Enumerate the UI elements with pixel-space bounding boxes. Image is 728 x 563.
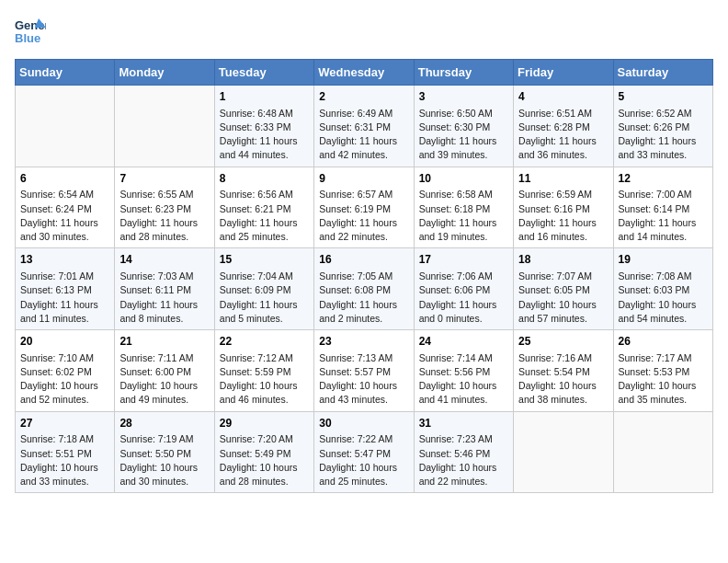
calendar-header-row: SundayMondayTuesdayWednesdayThursdayFrid… — [16, 60, 713, 86]
day-header-friday: Friday — [514, 60, 613, 86]
calendar-cell: 8Sunrise: 6:56 AMSunset: 6:21 PMDaylight… — [214, 167, 313, 248]
day-number: 5 — [619, 89, 708, 105]
day-info: Sunrise: 7:13 AMSunset: 5:57 PMDaylight:… — [319, 351, 408, 408]
day-info: Sunrise: 7:17 AMSunset: 5:53 PMDaylight:… — [619, 351, 708, 408]
day-info: Sunrise: 7:06 AMSunset: 6:06 PMDaylight:… — [419, 270, 508, 326]
calendar-body: 1Sunrise: 6:48 AMSunset: 6:33 PMDaylight… — [16, 86, 713, 493]
calendar-cell: 14Sunrise: 7:03 AMSunset: 6:11 PMDayligh… — [115, 248, 214, 330]
logo: General Blue — [15, 15, 46, 50]
day-info: Sunrise: 7:00 AMSunset: 6:14 PMDaylight:… — [619, 188, 708, 244]
day-number: 28 — [119, 416, 209, 431]
day-info: Sunrise: 7:22 AMSunset: 5:47 PMDaylight:… — [319, 432, 408, 488]
day-number: 23 — [319, 334, 408, 350]
day-number: 26 — [619, 334, 708, 350]
day-number: 22 — [220, 334, 309, 350]
day-info: Sunrise: 7:18 AMSunset: 5:51 PMDaylight:… — [20, 432, 109, 488]
calendar-week-1: 1Sunrise: 6:48 AMSunset: 6:33 PMDaylight… — [16, 86, 713, 167]
calendar-cell: 27Sunrise: 7:18 AMSunset: 5:51 PMDayligh… — [16, 411, 115, 493]
calendar-cell: 17Sunrise: 7:06 AMSunset: 6:06 PMDayligh… — [414, 248, 513, 330]
day-number: 16 — [319, 252, 408, 268]
day-info: Sunrise: 7:11 AMSunset: 6:00 PMDaylight:… — [119, 351, 209, 408]
day-header-monday: Monday — [115, 60, 214, 86]
day-number: 25 — [518, 334, 608, 350]
day-number: 27 — [20, 416, 109, 431]
day-info: Sunrise: 7:05 AMSunset: 6:08 PMDaylight:… — [319, 270, 408, 326]
calendar-cell: 15Sunrise: 7:04 AMSunset: 6:09 PMDayligh… — [214, 248, 313, 330]
calendar-cell: 10Sunrise: 6:58 AMSunset: 6:18 PMDayligh… — [414, 167, 513, 248]
logo-icon: General Blue — [15, 15, 46, 46]
day-number: 20 — [20, 334, 109, 350]
day-number: 9 — [319, 171, 408, 187]
day-header-thursday: Thursday — [414, 60, 513, 86]
day-info: Sunrise: 7:10 AMSunset: 6:02 PMDaylight:… — [20, 351, 109, 408]
day-number: 18 — [518, 252, 608, 268]
calendar-cell: 16Sunrise: 7:05 AMSunset: 6:08 PMDayligh… — [314, 248, 414, 330]
day-header-saturday: Saturday — [613, 60, 712, 86]
day-info: Sunrise: 7:23 AMSunset: 5:46 PMDaylight:… — [419, 432, 508, 488]
calendar-cell: 26Sunrise: 7:17 AMSunset: 5:53 PMDayligh… — [613, 330, 712, 412]
calendar-week-3: 13Sunrise: 7:01 AMSunset: 6:13 PMDayligh… — [16, 248, 713, 330]
svg-text:Blue: Blue — [15, 31, 40, 45]
day-number: 11 — [518, 171, 608, 187]
calendar-cell: 1Sunrise: 6:48 AMSunset: 6:33 PMDaylight… — [214, 86, 313, 167]
calendar-cell: 20Sunrise: 7:10 AMSunset: 6:02 PMDayligh… — [16, 330, 115, 412]
calendar-cell: 18Sunrise: 7:07 AMSunset: 6:05 PMDayligh… — [514, 248, 613, 330]
calendar-cell — [16, 86, 115, 167]
calendar-cell: 30Sunrise: 7:22 AMSunset: 5:47 PMDayligh… — [314, 411, 414, 493]
calendar-cell — [115, 86, 214, 167]
calendar-cell: 4Sunrise: 6:51 AMSunset: 6:28 PMDaylight… — [514, 86, 613, 167]
day-number: 15 — [220, 252, 309, 268]
day-info: Sunrise: 7:12 AMSunset: 5:59 PMDaylight:… — [220, 351, 309, 408]
day-number: 2 — [319, 89, 408, 105]
day-number: 17 — [419, 252, 508, 268]
day-number: 7 — [119, 171, 209, 187]
calendar-cell: 25Sunrise: 7:16 AMSunset: 5:54 PMDayligh… — [514, 330, 613, 412]
day-number: 1 — [220, 89, 309, 105]
calendar-cell: 11Sunrise: 6:59 AMSunset: 6:16 PMDayligh… — [514, 167, 613, 248]
calendar-cell: 3Sunrise: 6:50 AMSunset: 6:30 PMDaylight… — [414, 86, 513, 167]
day-header-wednesday: Wednesday — [314, 60, 414, 86]
calendar-cell: 5Sunrise: 6:52 AMSunset: 6:26 PMDaylight… — [613, 86, 712, 167]
day-info: Sunrise: 7:08 AMSunset: 6:03 PMDaylight:… — [619, 270, 708, 326]
day-info: Sunrise: 7:20 AMSunset: 5:49 PMDaylight:… — [220, 432, 309, 488]
calendar-cell: 2Sunrise: 6:49 AMSunset: 6:31 PMDaylight… — [314, 86, 414, 167]
day-number: 14 — [119, 252, 209, 268]
calendar-table: SundayMondayTuesdayWednesdayThursdayFrid… — [15, 59, 713, 493]
day-info: Sunrise: 7:07 AMSunset: 6:05 PMDaylight:… — [518, 270, 608, 326]
day-info: Sunrise: 6:58 AMSunset: 6:18 PMDaylight:… — [419, 188, 508, 244]
calendar-cell: 24Sunrise: 7:14 AMSunset: 5:56 PMDayligh… — [414, 330, 513, 412]
day-number: 31 — [419, 416, 508, 431]
day-info: Sunrise: 6:52 AMSunset: 6:26 PMDaylight:… — [619, 107, 708, 163]
calendar-cell: 19Sunrise: 7:08 AMSunset: 6:03 PMDayligh… — [613, 248, 712, 330]
day-info: Sunrise: 6:59 AMSunset: 6:16 PMDaylight:… — [518, 188, 608, 244]
calendar-cell — [514, 411, 613, 493]
calendar-cell: 28Sunrise: 7:19 AMSunset: 5:50 PMDayligh… — [115, 411, 214, 493]
day-info: Sunrise: 6:49 AMSunset: 6:31 PMDaylight:… — [319, 107, 408, 163]
day-info: Sunrise: 6:57 AMSunset: 6:19 PMDaylight:… — [319, 188, 408, 244]
day-info: Sunrise: 6:54 AMSunset: 6:24 PMDaylight:… — [20, 188, 109, 244]
calendar-cell: 9Sunrise: 6:57 AMSunset: 6:19 PMDaylight… — [314, 167, 414, 248]
day-info: Sunrise: 7:19 AMSunset: 5:50 PMDaylight:… — [119, 432, 209, 488]
day-number: 6 — [20, 171, 109, 187]
day-number: 21 — [119, 334, 209, 350]
calendar-cell: 22Sunrise: 7:12 AMSunset: 5:59 PMDayligh… — [214, 330, 313, 412]
calendar-cell: 12Sunrise: 7:00 AMSunset: 6:14 PMDayligh… — [613, 167, 712, 248]
calendar-cell: 7Sunrise: 6:55 AMSunset: 6:23 PMDaylight… — [115, 167, 214, 248]
calendar-cell: 31Sunrise: 7:23 AMSunset: 5:46 PMDayligh… — [414, 411, 513, 493]
day-info: Sunrise: 7:03 AMSunset: 6:11 PMDaylight:… — [119, 270, 209, 326]
calendar-cell: 21Sunrise: 7:11 AMSunset: 6:00 PMDayligh… — [115, 330, 214, 412]
day-number: 12 — [619, 171, 708, 187]
calendar-cell: 23Sunrise: 7:13 AMSunset: 5:57 PMDayligh… — [314, 330, 414, 412]
day-info: Sunrise: 6:51 AMSunset: 6:28 PMDaylight:… — [518, 107, 608, 163]
day-info: Sunrise: 7:04 AMSunset: 6:09 PMDaylight:… — [220, 270, 309, 326]
day-number: 3 — [419, 89, 508, 105]
day-info: Sunrise: 7:01 AMSunset: 6:13 PMDaylight:… — [20, 270, 109, 326]
day-info: Sunrise: 7:16 AMSunset: 5:54 PMDaylight:… — [518, 351, 608, 408]
day-header-sunday: Sunday — [16, 60, 115, 86]
calendar-cell: 13Sunrise: 7:01 AMSunset: 6:13 PMDayligh… — [16, 248, 115, 330]
day-number: 29 — [220, 416, 309, 431]
day-info: Sunrise: 7:14 AMSunset: 5:56 PMDaylight:… — [419, 351, 508, 408]
day-number: 4 — [518, 89, 608, 105]
day-number: 8 — [220, 171, 309, 187]
day-number: 30 — [319, 416, 408, 431]
